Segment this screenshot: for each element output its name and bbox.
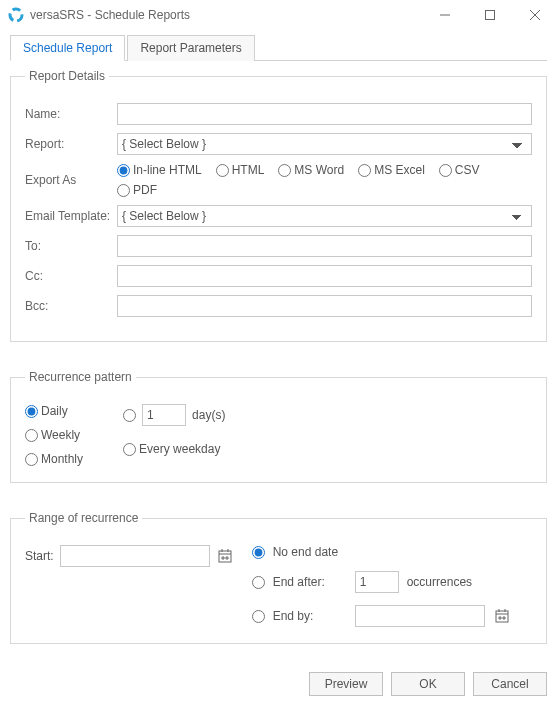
start-calendar-icon[interactable] (216, 547, 234, 565)
recurrence-daily-option[interactable]: Daily (25, 404, 83, 418)
maximize-button[interactable] (467, 0, 512, 30)
cc-input[interactable] (117, 265, 532, 287)
recurrence-days-radio[interactable] (123, 409, 136, 422)
end-by-label: End by: (273, 609, 347, 623)
window-title: versaSRS - Schedule Reports (30, 8, 422, 22)
export-pdf-radio[interactable] (117, 184, 130, 197)
tab-schedule-report[interactable]: Schedule Report (10, 35, 125, 61)
recurrence-weekly-radio[interactable] (25, 429, 38, 442)
export-csv-option[interactable]: CSV (439, 163, 480, 177)
end-after-radio[interactable] (252, 576, 265, 589)
recurrence-monthly-option[interactable]: Monthly (25, 452, 83, 466)
no-end-date-radio[interactable] (252, 546, 265, 559)
recurrence-every-weekday-option[interactable]: Every weekday (123, 442, 225, 456)
app-logo-icon (8, 7, 24, 23)
start-label: Start: (25, 549, 54, 563)
end-by-radio[interactable] (252, 610, 265, 623)
export-as-label: Export As (25, 173, 117, 187)
range-of-recurrence-legend: Range of recurrence (25, 511, 142, 525)
titlebar: versaSRS - Schedule Reports (0, 0, 557, 30)
recurrence-days-input[interactable] (142, 404, 186, 426)
report-select[interactable]: { Select Below } (117, 133, 532, 155)
svg-rect-5 (219, 551, 231, 562)
cc-label: Cc: (25, 269, 117, 283)
report-label: Report: (25, 137, 117, 151)
end-after-label: End after: (273, 575, 347, 589)
recurrence-daily-radio[interactable] (25, 405, 38, 418)
preview-button[interactable]: Preview (309, 672, 383, 696)
report-details-legend: Report Details (25, 69, 109, 83)
recurrence-days-suffix: day(s) (192, 408, 225, 422)
recurrence-every-weekday-radio[interactable] (123, 443, 136, 456)
recurrence-monthly-radio[interactable] (25, 453, 38, 466)
export-msexcel-option[interactable]: MS Excel (358, 163, 425, 177)
name-input[interactable] (117, 103, 532, 125)
tab-bar: Schedule Report Report Parameters (10, 34, 547, 61)
export-inline-html-radio[interactable] (117, 164, 130, 177)
recurrence-pattern-legend: Recurrence pattern (25, 370, 136, 384)
svg-point-0 (10, 9, 22, 21)
svg-rect-12 (496, 611, 508, 622)
export-html-option[interactable]: HTML (216, 163, 265, 177)
ok-button[interactable]: OK (391, 672, 465, 696)
occurrences-label: occurrences (407, 575, 472, 589)
end-by-calendar-icon[interactable] (493, 607, 511, 625)
tab-report-parameters[interactable]: Report Parameters (127, 35, 254, 61)
export-msword-option[interactable]: MS Word (278, 163, 344, 177)
export-csv-radio[interactable] (439, 164, 452, 177)
report-details-group: Report Details Name: Report: { Select Be… (10, 69, 547, 342)
email-template-label: Email Template: (25, 209, 117, 223)
end-after-input[interactable] (355, 571, 399, 593)
start-date-input[interactable] (60, 545, 210, 567)
email-template-select[interactable]: { Select Below } (117, 205, 532, 227)
bcc-input[interactable] (117, 295, 532, 317)
minimize-button[interactable] (422, 0, 467, 30)
range-of-recurrence-group: Range of recurrence Start: No end date E… (10, 511, 547, 644)
export-html-radio[interactable] (216, 164, 229, 177)
footer-buttons: Preview OK Cancel (309, 672, 547, 696)
svg-rect-2 (485, 11, 494, 20)
end-by-input[interactable] (355, 605, 485, 627)
export-pdf-option[interactable]: PDF (117, 183, 157, 197)
recurrence-pattern-group: Recurrence pattern Daily Weekly Monthly … (10, 370, 547, 483)
cancel-button[interactable]: Cancel (473, 672, 547, 696)
to-label: To: (25, 239, 117, 253)
recurrence-weekly-option[interactable]: Weekly (25, 428, 83, 442)
name-label: Name: (25, 107, 117, 121)
export-msword-radio[interactable] (278, 164, 291, 177)
export-msexcel-radio[interactable] (358, 164, 371, 177)
bcc-label: Bcc: (25, 299, 117, 313)
to-input[interactable] (117, 235, 532, 257)
export-inline-html-option[interactable]: In-line HTML (117, 163, 202, 177)
no-end-date-label: No end date (273, 545, 338, 559)
close-button[interactable] (512, 0, 557, 30)
